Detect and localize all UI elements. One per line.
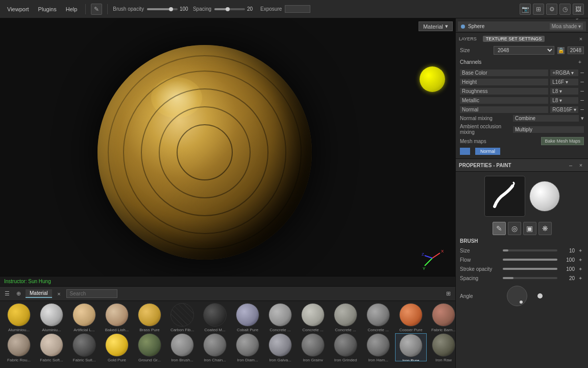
- mat-item-cobalt-pure[interactable]: Cobalt Pure: [232, 303, 263, 331]
- mesh-maps-label: Mesh maps: [460, 139, 539, 144]
- mat-item-fabric-rou[interactable]: Fabric Rou...: [3, 333, 35, 361]
- shelf-icon-1[interactable]: ☰: [3, 290, 11, 298]
- mat-item-iron-chain[interactable]: Iron Chain...: [199, 333, 231, 361]
- material-row-2: Fabric Rou... Fabric Soft... Fabric Suit…: [3, 333, 452, 361]
- brush-spacing-slider[interactable]: [503, 277, 557, 279]
- mat-item-fabric-soft[interactable]: Fabric Soft...: [36, 333, 67, 361]
- material-sphere-preview[interactable]: [529, 181, 560, 212]
- screenshot-btn[interactable]: 🖼: [573, 4, 584, 15]
- mat-item-concrete-4[interactable]: Concrete ...: [362, 303, 394, 331]
- paint-minimize-btn[interactable]: –: [567, 161, 575, 169]
- mat-item-aluminium-silver[interactable]: Aluminiu...: [36, 303, 67, 331]
- paint-tool-brush[interactable]: ✎: [493, 222, 506, 235]
- mat-item-coated-m[interactable]: Coated M...: [199, 303, 231, 331]
- brush-angle-row: Angle: [456, 283, 588, 309]
- size-value2: 2048: [568, 47, 584, 54]
- add-channel-btn[interactable]: +: [576, 58, 584, 66]
- mat-item-iron-galva[interactable]: Iron Galva...: [264, 333, 296, 361]
- exposure-input[interactable]: [285, 5, 310, 13]
- brush-tool-btn[interactable]: ✎: [91, 4, 102, 15]
- mat-item-baked-light[interactable]: Baked Ligh...: [101, 303, 133, 331]
- mat-item-carbon-fiber[interactable]: Carbon Fib...: [166, 303, 198, 331]
- ao-mixing-value[interactable]: Multiply: [513, 126, 584, 133]
- mat-item-iron-diam[interactable]: Iron Diam...: [232, 333, 263, 361]
- channels-header: Channels +: [456, 56, 588, 68]
- settings-btn2[interactable]: ⚙: [546, 4, 557, 15]
- menu-viewport[interactable]: Viewport: [4, 5, 32, 13]
- mat-item-iron-pure[interactable]: Iron Pure: [395, 333, 427, 361]
- normal-mixing-value[interactable]: Combine: [513, 115, 579, 122]
- mat-item-brass-pure[interactable]: Brass Pure: [134, 303, 165, 331]
- brush-opacity-slider-container: 100: [147, 6, 190, 12]
- tab-material-close[interactable]: ×: [55, 290, 63, 298]
- mat-item-concrete-2[interactable]: Concrete ...: [297, 303, 329, 331]
- bottom-panel: ☰ ⊕ Material × ⊞ Aluminiou... Aluminiu..…: [0, 286, 455, 368]
- brush-opacity-slider[interactable]: [147, 8, 178, 10]
- normal-blend-btn[interactable]: Normal: [475, 148, 500, 155]
- mat-item-iron-ham[interactable]: Iron Ham...: [362, 333, 394, 361]
- brush-preview[interactable]: [484, 176, 525, 217]
- brush-flow-slider[interactable]: [503, 259, 557, 261]
- spacing-slider[interactable]: [214, 8, 245, 10]
- channel-remove-metallic[interactable]: –: [580, 97, 584, 104]
- brush-opacity-value: 100: [180, 6, 190, 12]
- channel-height: Height L16F ▾ –: [456, 77, 588, 86]
- brush-size-slider[interactable]: [503, 249, 557, 251]
- brush-spacing-icon[interactable]: ✦: [577, 274, 584, 282]
- texture-set-shader[interactable]: Moa shade ▾: [550, 23, 583, 30]
- brush-angle-control[interactable]: [507, 286, 527, 306]
- grid-btn[interactable]: ⊞: [533, 4, 544, 15]
- search-input[interactable]: [66, 289, 117, 298]
- mat-item-aluminium-gold[interactable]: Aluminiou...: [3, 303, 35, 331]
- channel-remove-roughness[interactable]: –: [580, 87, 584, 95]
- mat-item-artificial-l[interactable]: Artificial L...: [68, 303, 100, 331]
- mat-item-concrete-1[interactable]: Concrete ...: [264, 303, 296, 331]
- brush-stroke-opacity-slider[interactable]: [503, 268, 557, 270]
- channel-name-roughness: Roughness: [460, 88, 548, 95]
- paint-tool-fill[interactable]: ▣: [523, 222, 536, 235]
- ts-settings-close[interactable]: ×: [577, 35, 585, 43]
- paint-tool-eraser[interactable]: ◎: [508, 222, 521, 235]
- mat-item-concrete-3[interactable]: Concrete ...: [330, 303, 361, 331]
- brush-size-label: Size: [460, 248, 501, 254]
- brush-size-icon[interactable]: ✦: [577, 247, 584, 254]
- menu-help[interactable]: Help: [63, 5, 81, 13]
- mat-label: Iron Ham...: [362, 358, 394, 361]
- shelf-icon-2[interactable]: ⊕: [14, 290, 22, 298]
- history-btn[interactable]: ◷: [559, 4, 571, 15]
- size-select[interactable]: 2048: [494, 46, 554, 55]
- normal-mixing-arrow[interactable]: ▾: [581, 115, 584, 122]
- svg-text:Y: Y: [423, 266, 426, 271]
- channel-remove-height[interactable]: –: [580, 78, 584, 85]
- chevron-down-icon: ▾: [445, 23, 448, 30]
- brush-spacing-value: 20: [559, 275, 575, 281]
- lock-icon[interactable]: 🔒: [557, 47, 565, 54]
- mat-label: Cobalt Pure: [232, 328, 263, 331]
- shelf-grid-btn[interactable]: ⊞: [444, 290, 452, 298]
- brush-stroke-opacity-row: Stroke opacity 100 ✦: [456, 264, 588, 273]
- angle-indicator: [537, 293, 543, 298]
- mat-item-iron-raw[interactable]: Iron Raw: [428, 333, 455, 361]
- bake-mesh-maps-btn[interactable]: Bake Mesh Maps: [541, 137, 584, 145]
- camera-btn[interactable]: 📷: [520, 4, 531, 15]
- mat-item-iron-grinded[interactable]: Iron Grinded: [330, 333, 361, 361]
- mat-item-fabric-suit[interactable]: Fabric Suit...: [68, 333, 100, 361]
- menu-plugins[interactable]: Plugins: [35, 5, 60, 13]
- material-dropdown[interactable]: Material ▾: [419, 21, 453, 31]
- texture-set-settings-tab[interactable]: TEXTURE SET SETTINGS: [483, 36, 545, 42]
- paint-tool-smear[interactable]: ❋: [538, 222, 552, 235]
- brush-flow-icon[interactable]: ✦: [577, 256, 584, 263]
- brush-angle-label: Angle: [460, 293, 501, 299]
- mat-item-fabric-barn[interactable]: Fabric Barn...: [428, 303, 455, 331]
- mat-item-ground-gr[interactable]: Ground Gr...: [134, 333, 165, 361]
- paint-close-btn[interactable]: ×: [577, 161, 585, 169]
- mat-item-gold-pure[interactable]: Gold Pure: [101, 333, 133, 361]
- channel-remove-normal[interactable]: –: [580, 106, 584, 113]
- mat-item-iron-grainy[interactable]: Iron Grainy: [297, 333, 329, 361]
- channel-remove-base[interactable]: –: [580, 69, 584, 76]
- texture-set-item[interactable]: Sphere Moa shade ▾: [458, 21, 586, 31]
- mat-item-copper-pure[interactable]: Copper Pure: [395, 303, 427, 331]
- mat-item-iron-brush[interactable]: Iron Brush...: [166, 333, 198, 361]
- tab-material[interactable]: Material: [26, 289, 52, 298]
- brush-stroke-opacity-icon[interactable]: ✦: [577, 265, 584, 272]
